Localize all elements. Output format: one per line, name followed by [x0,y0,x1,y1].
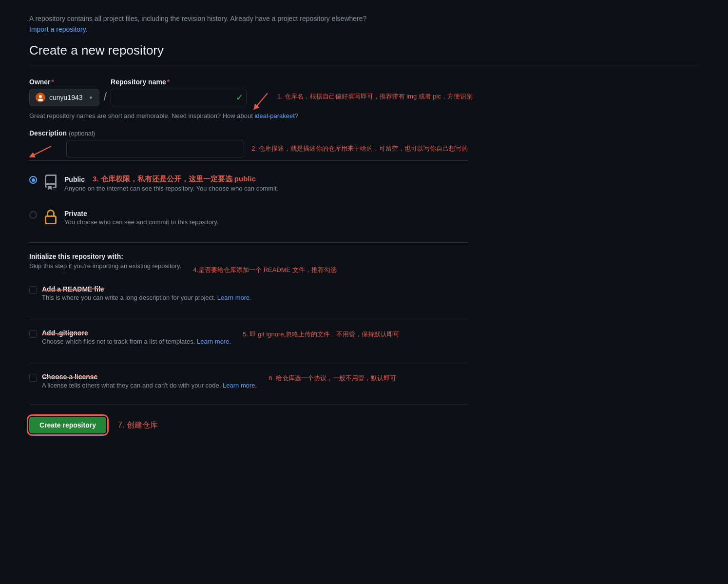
private-desc: You choose who can see and commit to thi… [64,218,219,226]
gitignore-item: Add .gitignore Choose which files not to… [29,329,231,345]
section-divider-2 [29,242,468,243]
owner-avatar [36,93,45,102]
private-radio[interactable] [29,211,37,219]
private-content: Private You choose who can see and commi… [64,210,219,226]
license-checkbox[interactable] [29,374,37,382]
owner-name: cunyu1943 [49,94,83,101]
desc-input[interactable] [66,140,244,157]
annotation-1-text: 1. 仓库名，根据自己偏好填写即可，推荐带有 img 或者 pic，方便识别 [277,88,473,105]
section-divider-4 [29,363,468,363]
annotation-1-arrow [253,91,277,110]
owner-label: Owner* [29,78,99,86]
page-title: Create a new repository [29,43,699,58]
license-learn-link[interactable]: Learn more. [223,382,257,389]
gitignore-learn-link[interactable]: Learn more. [197,338,231,345]
public-desc: Anyone on the internet can see this repo… [64,185,278,192]
license-desc: A license tells others what they can and… [42,382,257,389]
annotation-2-text: 2. 仓库描述，就是描述你的仓库用来干啥的，可留空，也可以写你自己想写的 [252,144,468,153]
svg-point-1 [38,99,43,101]
repo-name-input[interactable]: blog-img [111,89,247,106]
create-repository-button[interactable]: Create repository [29,417,106,433]
readme-learn-link[interactable]: Learn more. [217,294,251,301]
annotation-2-arrow [29,144,58,158]
suggestion-link[interactable]: ideal-parakeet [254,112,294,119]
public-radio[interactable] [29,176,37,184]
init-section: Initialize this repository with: Skip th… [29,253,468,397]
suggestion-text: Great repository names are short and mem… [29,112,468,119]
check-icon: ✓ [236,92,243,103]
public-option: Public 3. 仓库权限，私有还是公开，这里一定要选 public Anyo… [29,171,468,196]
public-content: Public 3. 仓库权限，私有还是公开，这里一定要选 public Anyo… [64,175,278,192]
desc-optional: (optional) [69,130,95,137]
readme-item: Add a README file This is where you can … [29,285,251,301]
section-divider-5 [29,405,468,405]
section-divider-3 [29,319,468,319]
intro-text: A repository contains all project files,… [29,15,699,22]
owner-dropdown[interactable]: cunyu1943 ▼ [29,89,99,106]
gitignore-checkbox[interactable] [29,330,37,338]
desc-label: Description (optional) [29,129,468,137]
slash-separator: / [103,88,107,105]
svg-line-2 [255,93,268,108]
gitignore-desc: Choose which files not to track from a l… [42,338,231,345]
annotation-4-text: 4.是否要给仓库添加一个 README 文件，推荐勾选 [193,266,337,274]
repo-name-wrapper: blog-img ✓ [111,89,247,106]
header-divider [29,66,699,66]
repo-name-field: Repository name* blog-img ✓ [111,78,247,106]
annotation-3-text: 3. 仓库权限，私有还是公开，这里一定要选 public [93,175,256,184]
readme-content: Add a README file This is where you can … [42,285,251,301]
license-content: Choose a license A license tells others … [42,373,257,389]
repo-open-icon [43,175,58,192]
readme-desc: This is where you can write a long descr… [42,294,251,301]
private-title: Private [64,210,219,217]
dropdown-arrow-icon: ▼ [89,95,94,100]
svg-point-0 [39,95,42,98]
lock-icon [43,210,58,227]
create-repo-form: Owner* cunyu1943 ▼ / Repository na [29,78,468,433]
annotation-7-text: 7. 创建仓库 [118,420,158,430]
annotation-5-text: 5. 即 git ignore,忽略上传的文件，不用管，保持默认即可 [243,330,400,339]
license-item: Choose a license A license tells others … [29,373,257,389]
create-row: Create repository 7. 创建仓库 [29,417,468,433]
readme-checkbox[interactable] [29,286,37,294]
annotation-6-text: 6. 给仓库选一个协议，一般不用管，默认即可 [268,374,396,383]
init-subtitle: Skip this step if you're importing an ex… [29,262,181,270]
section-divider-1 [29,160,468,161]
private-option: Private You choose who can see and commi… [29,206,468,231]
import-link[interactable]: Import a repository. [29,25,88,33]
init-title: Initialize this repository with: [29,253,468,260]
repo-name-label: Repository name* [111,78,247,86]
svg-line-3 [32,146,51,156]
gitignore-content: Add .gitignore Choose which files not to… [42,329,231,345]
public-title: Public [64,175,85,183]
owner-required: * [52,78,54,86]
visibility-section: Public 3. 仓库权限，私有还是公开，这里一定要选 public Anyo… [29,171,468,231]
repo-name-required: * [167,78,170,86]
owner-field: Owner* cunyu1943 ▼ [29,78,99,106]
